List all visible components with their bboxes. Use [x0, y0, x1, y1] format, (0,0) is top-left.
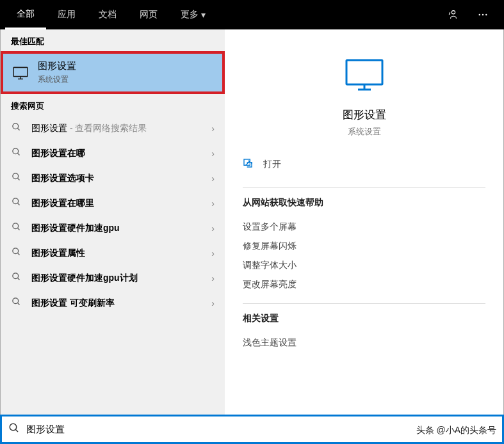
svg-line-14 — [17, 203, 19, 205]
result-text: 图形设置 - 查看网络搜索结果 — [31, 123, 211, 134]
divider — [243, 187, 485, 188]
result-text: 图形设置属性 — [31, 248, 211, 259]
best-match-text: 图形设置 系统设置 — [38, 60, 76, 85]
web-result-7[interactable]: 图形设置 可变刷新率 › — [1, 290, 225, 315]
svg-point-7 — [12, 123, 18, 129]
svg-point-11 — [12, 173, 18, 179]
search-icon — [8, 422, 20, 436]
tab-web[interactable]: 网页 — [128, 0, 169, 29]
svg-line-22 — [17, 303, 19, 305]
chevron-down-icon: ▾ — [201, 10, 206, 20]
monitor-icon — [344, 58, 385, 92]
result-text: 图形设置硬件加速gpu — [31, 223, 211, 234]
chevron-right-icon: › — [211, 298, 215, 308]
web-result-3[interactable]: 图形设置在哪里 › — [1, 191, 225, 216]
filter-tabs: 全部 应用 文档 网页 更多 ▾ — [5, 0, 443, 29]
search-icon — [11, 247, 21, 259]
svg-line-20 — [17, 278, 19, 280]
search-icon — [11, 222, 21, 234]
top-bar: 全部 应用 文档 网页 更多 ▾ — [0, 0, 504, 29]
results-panel: 最佳匹配 图形设置 系统设置 搜索网页 图形设置 - 查看网络搜索结果 › 图形… — [1, 29, 225, 415]
preview-subtitle: 系统设置 — [243, 126, 485, 138]
best-match-subtitle: 系统设置 — [38, 74, 76, 85]
svg-line-16 — [17, 228, 19, 230]
tab-all[interactable]: 全部 — [5, 0, 46, 29]
best-match-title: 图形设置 — [38, 60, 76, 72]
result-text: 图形设置在哪里 — [31, 198, 211, 209]
search-icon — [11, 297, 21, 309]
help-section-header: 从网站获取快速帮助 — [243, 197, 485, 209]
watermark: 头条 @小A的头条号 — [416, 425, 496, 436]
tab-docs[interactable]: 文档 — [87, 0, 128, 29]
feedback-icon[interactable] — [443, 6, 464, 23]
chevron-right-icon: › — [211, 123, 215, 134]
top-actions — [443, 6, 499, 23]
best-match-header: 最佳匹配 — [1, 29, 225, 51]
web-result-4[interactable]: 图形设置硬件加速gpu › — [1, 216, 225, 241]
svg-rect-4 — [13, 67, 28, 76]
help-link-2[interactable]: 调整字体大小 — [243, 256, 485, 275]
chevron-right-icon: › — [211, 223, 215, 234]
help-link-0[interactable]: 设置多个屏幕 — [243, 218, 485, 237]
result-text: 图形设置硬件加速gpu计划 — [31, 273, 211, 284]
svg-point-15 — [12, 223, 18, 229]
svg-point-17 — [12, 248, 18, 254]
open-icon — [243, 158, 254, 171]
more-icon[interactable] — [472, 6, 494, 23]
divider — [243, 303, 485, 304]
svg-point-0 — [451, 11, 455, 14]
web-result-5[interactable]: 图形设置属性 › — [1, 241, 225, 266]
chevron-right-icon: › — [211, 148, 215, 159]
search-icon — [11, 272, 21, 284]
svg-point-27 — [10, 424, 17, 431]
content-area: 最佳匹配 图形设置 系统设置 搜索网页 图形设置 - 查看网络搜索结果 › 图形… — [0, 29, 504, 415]
result-text: 图形设置选项卡 — [31, 173, 211, 184]
monitor-icon — [12, 66, 29, 80]
tab-apps[interactable]: 应用 — [46, 0, 87, 29]
best-match-item[interactable]: 图形设置 系统设置 — [1, 51, 225, 94]
svg-line-28 — [15, 429, 18, 432]
svg-point-3 — [485, 14, 487, 15]
svg-point-13 — [12, 198, 18, 204]
svg-point-19 — [12, 273, 18, 279]
chevron-right-icon: › — [211, 173, 215, 184]
result-text: 图形设置在哪 — [31, 148, 211, 159]
web-result-1[interactable]: 图形设置在哪 › — [1, 141, 225, 166]
chevron-right-icon: › — [211, 248, 215, 258]
preview-header: 图形设置 系统设置 — [243, 42, 485, 150]
svg-point-1 — [479, 14, 480, 15]
help-link-3[interactable]: 更改屏幕亮度 — [243, 275, 485, 294]
svg-line-12 — [17, 178, 19, 180]
search-icon — [11, 197, 21, 209]
preview-title: 图形设置 — [243, 107, 485, 122]
chevron-right-icon: › — [211, 198, 215, 209]
preview-panel: 图形设置 系统设置 打开 从网站获取快速帮助 设置多个屏幕 修复屏幕闪烁 调整字… — [225, 29, 503, 415]
related-link-0[interactable]: 浅色主题设置 — [243, 333, 485, 353]
svg-line-10 — [17, 153, 19, 155]
chevron-right-icon: › — [211, 273, 215, 283]
tab-more[interactable]: 更多 ▾ — [169, 0, 217, 29]
related-section-header: 相关设置 — [243, 313, 485, 324]
svg-line-18 — [17, 253, 19, 255]
svg-point-21 — [12, 298, 18, 304]
svg-point-9 — [12, 148, 18, 154]
web-result-6[interactable]: 图形设置硬件加速gpu计划 › — [1, 266, 225, 290]
search-icon — [11, 172, 21, 184]
search-icon — [11, 122, 21, 134]
open-label: 打开 — [263, 159, 281, 170]
search-icon — [11, 147, 21, 159]
help-link-1[interactable]: 修复屏幕闪烁 — [243, 237, 485, 256]
svg-rect-23 — [346, 60, 382, 84]
svg-point-2 — [482, 14, 484, 15]
svg-line-8 — [17, 128, 19, 130]
web-search-header: 搜索网页 — [1, 94, 225, 116]
open-action[interactable]: 打开 — [243, 150, 485, 178]
result-text: 图形设置 可变刷新率 — [31, 297, 211, 309]
web-result-0[interactable]: 图形设置 - 查看网络搜索结果 › — [1, 116, 225, 141]
web-result-2[interactable]: 图形设置选项卡 › — [1, 166, 225, 191]
